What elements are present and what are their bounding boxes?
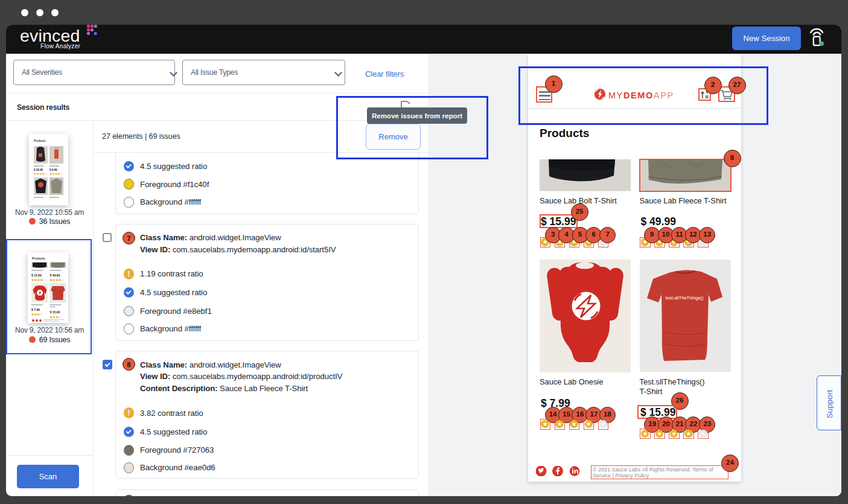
svg-text:test.allTheThings(): test.allTheThings() (665, 295, 703, 301)
svg-text:$ 15.99: $ 15.99 (50, 310, 60, 314)
svg-text:$ 49.99: $ 49.99 (50, 273, 60, 277)
svg-text:$ 9.99: $ 9.99 (49, 168, 57, 171)
svg-text:Products: Products (32, 257, 45, 260)
svg-text:Products: Products (34, 139, 46, 142)
svg-text:$ 15.99: $ 15.99 (31, 273, 42, 277)
svg-text:$ 29.99: $ 29.99 (34, 168, 43, 171)
svg-text:$ 7.99: $ 7.99 (31, 308, 40, 311)
